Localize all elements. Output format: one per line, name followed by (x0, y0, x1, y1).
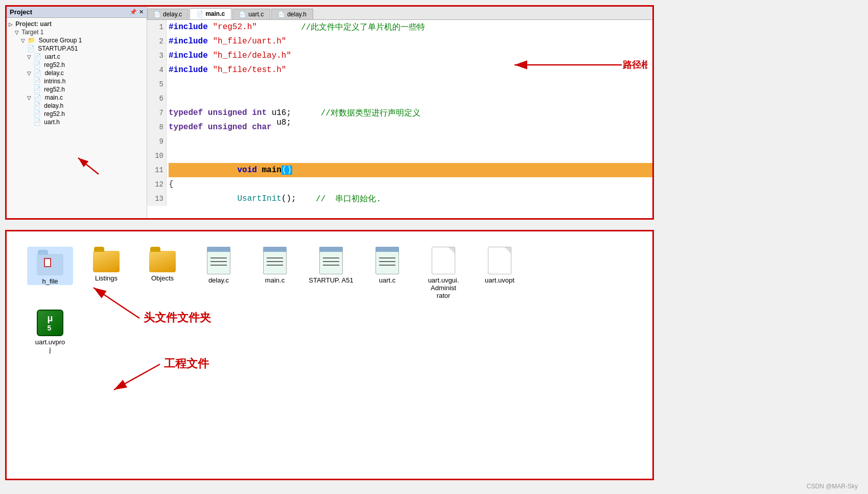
file-item-uart-uvopt[interactable]: uart.uvopt (477, 247, 523, 284)
tree-source-group[interactable]: ▽ 📁 Source Group 1 (7, 36, 147, 44)
uart-h-label: uart.h (44, 119, 60, 126)
project-tree: Project 📌 ✕ ▷ Project: uart ▽ Target 1 ▽… (7, 7, 147, 218)
pin-icon[interactable]: 📌 (130, 9, 137, 15)
tree-file-delay-h[interactable]: 📄 delay.h (7, 102, 147, 110)
code-line-10 (169, 149, 652, 163)
reg52-1-label: reg52.h (44, 61, 65, 68)
uart-uvgui-label: uart.uvgui.Administrator (428, 276, 459, 299)
tree-content: ▷ Project: uart ▽ Target 1 ▽ 📁 Source Gr… (7, 18, 147, 128)
code-line-13: UsartInit(); // 串口初始化. (169, 192, 652, 206)
tree-file-uart-h[interactable]: 📄 uart.h (7, 118, 147, 126)
tree-file-delay-c[interactable]: ▽ 📄 delay.c (7, 69, 147, 77)
code-line-9 (169, 134, 652, 149)
tab-delay-c-icon: 📄 (154, 11, 161, 18)
delay-c-icon (207, 247, 230, 274)
startup-label: STARTUP.A51 (38, 45, 78, 52)
tree-file-reg52-3[interactable]: 📄 reg52.h (7, 110, 147, 118)
target-label: Target 1 (21, 29, 43, 36)
code-line-7: typedef unsigned int u16; //对数据类型进行声明定义 (169, 106, 652, 120)
file-item-uart-uvgui[interactable]: uart.uvgui.Administrator (420, 247, 466, 299)
file-item-uart-c[interactable]: uart.c (364, 247, 410, 284)
uart-uvopt-label: uart.uvopt (485, 276, 514, 284)
header-icons: 📌 ✕ (130, 9, 144, 15)
h-file-label: h_file (42, 277, 58, 285)
tab-delay-c[interactable]: 📄 delay.c (147, 9, 189, 19)
root-label: Project: uart (15, 20, 52, 28)
project-file-annotation-text: 工程文件 (164, 357, 209, 370)
tree-arrow (68, 149, 109, 179)
project-file-annotation-arrow: 工程文件 (109, 334, 288, 400)
watermark-text: CSDN @MAR-Sky (807, 483, 858, 490)
uart-c-label: uart.c (45, 53, 60, 60)
file-item-h_file[interactable]: h_file (27, 247, 73, 285)
project-header: Project 📌 ✕ (7, 7, 147, 18)
tab-main-c-label: main.c (205, 10, 225, 17)
close-icon[interactable]: ✕ (139, 9, 144, 15)
tab-main-c-icon: 📄 (196, 11, 203, 17)
reg52-3-label: reg52.h (44, 110, 65, 117)
top-panel: Project 📌 ✕ ▷ Project: uart ▽ Target 1 ▽… (5, 5, 654, 220)
code-editor[interactable]: 12345 678910 111213 #include "reg52.h" /… (147, 20, 652, 218)
file-item-startup-a51[interactable]: STARTUP. A51 (308, 247, 354, 284)
code-line-11: void main() (169, 163, 652, 177)
code-line-12: { (169, 177, 652, 192)
tree-file-reg52-1[interactable]: 📄 reg52.h (7, 61, 147, 69)
svg-line-5 (93, 288, 139, 318)
svg-line-1 (78, 158, 99, 174)
intrins-label: intrins.h (44, 78, 65, 85)
top-annotation-arrow: 路径根据实际情况 (484, 45, 647, 86)
tree-target[interactable]: ▽ Target 1 (7, 28, 147, 36)
tab-delay-h[interactable]: 📄 delay.h (271, 9, 313, 19)
delay-h-label: delay.h (44, 102, 63, 109)
watermark: CSDN @MAR-Sky (807, 483, 858, 490)
tab-bar: 📄 delay.c 📄 main.c 📄 uart.c 📄 delay.h (147, 7, 652, 20)
line-numbers: 12345 678910 111213 (147, 20, 167, 206)
svg-line-7 (114, 364, 160, 390)
tree-root[interactable]: ▷ Project: uart (7, 20, 147, 28)
keil-icon: μ5 (37, 310, 63, 336)
tree-file-main-c[interactable]: ▽ 📄 main.c (7, 93, 147, 102)
tab-uart-c[interactable]: 📄 uart.c (232, 9, 270, 19)
main-c-label: main.c (45, 94, 63, 101)
tree-file-reg52-2[interactable]: 📄 reg52.h (7, 85, 147, 93)
file-item-uart-uvproj[interactable]: μ5 uart.uvproj (27, 310, 73, 354)
file-item-main-c[interactable]: main.c (252, 247, 298, 284)
tree-file-startup[interactable]: 📄 STARTUP.A51 (7, 44, 147, 53)
startup-a51-icon (319, 247, 343, 274)
code-line-1: #include "reg52.h" //此文件中定义了单片机的一些特 (169, 20, 652, 34)
code-line-8: typedef unsigned char u8; (169, 120, 652, 134)
tree-file-intrins[interactable]: 📄 intrins.h (7, 77, 147, 85)
bottom-panel: h_file Listings Objects delay.c (5, 230, 654, 480)
editor-area: 📄 delay.c 📄 main.c 📄 uart.c 📄 delay.h 12… (147, 7, 652, 218)
h-file-annotation-text: 头文件文件夹 (143, 311, 212, 324)
tree-file-uart-c[interactable]: ▽ 📄 uart.c (7, 53, 147, 61)
annotation-top-text: 路径根据实际情况 (623, 59, 647, 70)
tab-delay-h-label: delay.h (287, 11, 307, 18)
code-line-6 (169, 91, 652, 106)
tab-delay-h-icon: 📄 (278, 11, 285, 18)
main-c-file-label: main.c (265, 276, 285, 284)
tab-main-c[interactable]: 📄 main.c (190, 8, 231, 19)
uart-uvopt-icon (488, 247, 511, 274)
main-c-icon (263, 247, 287, 274)
keil-mu-label: μ5 (47, 314, 53, 332)
uart-uvgui-icon (432, 247, 455, 274)
uart-c-icon (376, 247, 399, 274)
tab-uart-c-label: uart.c (248, 11, 264, 18)
reg52-2-label: reg52.h (44, 86, 65, 93)
startup-a51-label: STARTUP. A51 (309, 276, 353, 284)
source-group-label: Source Group 1 (39, 37, 82, 44)
uart-uvproj-label: uart.uvproj (35, 338, 65, 354)
delay-c-label: delay.c (45, 69, 64, 77)
tab-uart-c-icon: 📄 (239, 11, 246, 18)
uart-c-file-label: uart.c (379, 276, 396, 284)
tab-delay-c-label: delay.c (163, 11, 182, 18)
project-title: Project (10, 8, 32, 16)
